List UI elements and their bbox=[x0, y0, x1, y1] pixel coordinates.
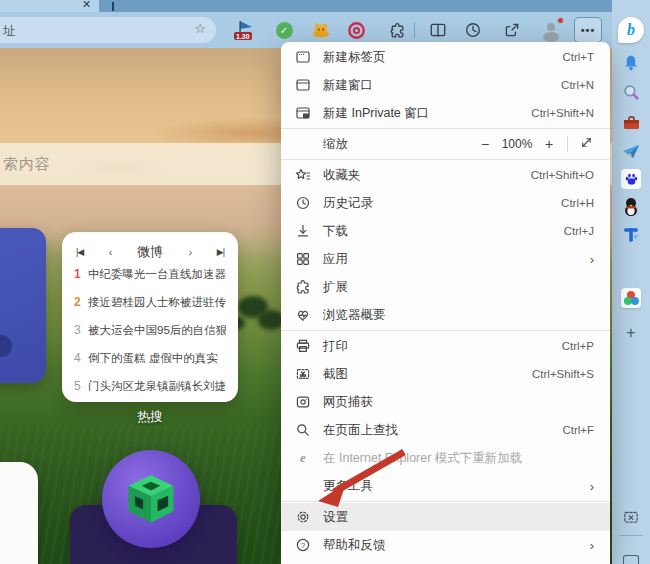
browser-more-menu: 新建标签页 Ctrl+T 新建窗口 Ctrl+N 新建 InPrivate 窗口… bbox=[281, 42, 610, 564]
office-circles-icon[interactable] bbox=[612, 285, 650, 311]
bing-chat-icon[interactable]: b bbox=[612, 14, 650, 46]
weibo-list-item[interactable]: 5 门头沟区龙泉镇副镇长刘捷... bbox=[74, 379, 226, 407]
search-icon[interactable] bbox=[612, 79, 650, 105]
edge-sidebar: b bbox=[612, 12, 650, 564]
weibo-rank: 3 bbox=[74, 323, 88, 337]
menu-item-close-edge[interactable]: 关闭 Microsoft Edge bbox=[281, 559, 610, 564]
menu-separator bbox=[281, 330, 610, 331]
t-app-icon[interactable] bbox=[612, 222, 650, 248]
chevron-right-icon: › bbox=[590, 538, 594, 553]
web-capture-icon bbox=[295, 394, 311, 410]
bell-icon[interactable] bbox=[612, 50, 650, 76]
menu-item-downloads[interactable]: 下载 Ctrl+J bbox=[281, 217, 610, 245]
printer-icon bbox=[295, 338, 311, 354]
weibo-item-text: 门头沟区龙泉镇副镇长刘捷... bbox=[88, 379, 226, 394]
menu-item-inprivate-window[interactable]: 新建 InPrivate 窗口 Ctrl+Shift+N bbox=[281, 99, 610, 127]
menu-item-help-feedback[interactable]: ? 帮助和反馈 › bbox=[281, 531, 610, 559]
toolbox-icon[interactable] bbox=[612, 109, 650, 135]
find-icon bbox=[295, 422, 311, 438]
zoom-value: 100% bbox=[497, 137, 537, 151]
zoom-in-button[interactable]: + bbox=[537, 136, 561, 152]
tab-close-icon[interactable]: ✕ bbox=[82, 0, 91, 11]
weibo-list-item[interactable]: 1 中纪委曝光一台直线加速器... bbox=[74, 267, 226, 295]
favorites-star-icon bbox=[295, 167, 311, 183]
zoom-label: 缩放 bbox=[323, 136, 473, 153]
menu-separator bbox=[281, 159, 610, 160]
sidebar-divider bbox=[619, 535, 643, 536]
menu-item-web-capture[interactable]: 网页捕获 bbox=[281, 388, 610, 416]
newtab-search-placeholder: 索内容 bbox=[0, 155, 51, 174]
weibo-list-item[interactable]: 4 倒下的蛋糕 虚假中的真实 bbox=[74, 351, 226, 379]
inprivate-icon bbox=[295, 105, 311, 121]
menu-item-print[interactable]: 打印 Ctrl+P bbox=[281, 332, 610, 360]
weibo-rank: 5 bbox=[74, 379, 88, 393]
extension-badge: 1.30 bbox=[234, 32, 252, 40]
weibo-rank: 1 bbox=[74, 267, 88, 281]
apps-icon bbox=[295, 251, 311, 267]
menu-item-extensions[interactable]: 扩展 bbox=[281, 273, 610, 301]
history-icon bbox=[295, 195, 311, 211]
weibo-last-button[interactable]: ▶| bbox=[217, 247, 224, 257]
favorite-star-icon[interactable]: ☆ bbox=[194, 21, 206, 36]
menu-separator bbox=[281, 501, 610, 502]
address-text: 址 bbox=[3, 23, 16, 40]
menu-item-favorites[interactable]: 收藏夹 Ctrl+Shift+O bbox=[281, 161, 610, 189]
internet-explorer-icon: e bbox=[295, 450, 311, 466]
active-tab[interactable]: ✕ bbox=[0, 0, 99, 12]
game-cube-icon[interactable] bbox=[102, 450, 200, 548]
qq-penguin-icon[interactable] bbox=[612, 194, 650, 220]
weibo-widget: |◀ ‹ 微博 › ▶| 1 中纪委曝光一台直线加速器... 2 接近碧桂园人士… bbox=[62, 232, 238, 402]
widget-blue-decoration bbox=[0, 335, 12, 357]
weibo-prev-button[interactable]: ‹ bbox=[109, 246, 112, 258]
weibo-item-text: 中纪委曝光一台直线加速器... bbox=[88, 267, 226, 282]
menu-item-screenshot[interactable]: 截图 Ctrl+Shift+S bbox=[281, 360, 610, 388]
weibo-list-item[interactable]: 2 接近碧桂园人士称被进驻传... bbox=[74, 295, 226, 323]
avatar-notification-dot bbox=[557, 17, 564, 24]
sidebar-screenshot-icon[interactable] bbox=[612, 504, 650, 530]
more-menu-button[interactable]: ••• bbox=[574, 17, 602, 43]
address-bar[interactable]: 址 ☆ bbox=[0, 17, 216, 43]
tab-text-cursor bbox=[112, 2, 114, 11]
sidebar-add-button[interactable]: + bbox=[612, 320, 650, 346]
zoom-out-button[interactable]: − bbox=[473, 136, 497, 152]
menu-item-new-window[interactable]: 新建窗口 Ctrl+N bbox=[281, 71, 610, 99]
menu-item-settings[interactable]: 设置 bbox=[281, 503, 610, 531]
sidebar-partial-icon[interactable] bbox=[623, 555, 639, 564]
weibo-list-item[interactable]: 3 被大运会中国95后的自信狠... bbox=[74, 323, 226, 351]
screen: 索内容 |◀ ‹ 微博 › ▶| 1 中纪委曝光一台直线加速器... 2 接近碧… bbox=[0, 0, 650, 564]
zoom-divider bbox=[567, 136, 568, 152]
weibo-rank: 4 bbox=[74, 351, 88, 365]
weibo-first-button[interactable]: |◀ bbox=[76, 247, 83, 257]
menu-item-history[interactable]: 历史记录 Ctrl+H bbox=[281, 189, 610, 217]
menu-item-more-tools[interactable]: 更多工具 › bbox=[281, 472, 610, 500]
menu-item-find-on-page[interactable]: 在页面上查找 Ctrl+F bbox=[281, 416, 610, 444]
cube-graphic bbox=[118, 466, 184, 532]
menu-item-zoom: 缩放 − 100% + bbox=[281, 130, 610, 158]
menu-item-new-tab[interactable]: 新建标签页 Ctrl+T bbox=[281, 43, 610, 71]
newtab-widget-blue[interactable] bbox=[0, 228, 46, 383]
chevron-right-icon: › bbox=[590, 252, 594, 267]
extensions-icon bbox=[295, 279, 311, 295]
paper-plane-icon[interactable] bbox=[612, 138, 650, 164]
tab-strip: ✕ bbox=[0, 0, 650, 12]
toolbar-divider bbox=[414, 22, 415, 38]
menu-item-apps[interactable]: 应用 › bbox=[281, 245, 610, 273]
extension-flag-icon[interactable]: 1.30 bbox=[231, 12, 261, 48]
download-icon bbox=[295, 223, 311, 239]
screenshot-icon bbox=[295, 366, 311, 382]
menu-item-browser-essentials[interactable]: 浏览器概要 bbox=[281, 301, 610, 329]
help-icon: ? bbox=[295, 537, 311, 553]
empty-icon-slot bbox=[295, 478, 311, 494]
fullscreen-icon[interactable] bbox=[574, 135, 598, 153]
weibo-rank: 2 bbox=[74, 295, 88, 309]
heart-pulse-icon bbox=[295, 307, 311, 323]
newtab-widget-partial[interactable] bbox=[0, 462, 38, 564]
weibo-item-text: 倒下的蛋糕 虚假中的真实 bbox=[88, 351, 218, 366]
menu-separator bbox=[281, 128, 610, 129]
chevron-right-icon: › bbox=[590, 479, 594, 494]
menu-item-ie-mode: e 在 Internet Explorer 模式下重新加载 bbox=[281, 444, 610, 472]
weibo-title: 微博 bbox=[137, 243, 163, 261]
weibo-next-button[interactable]: › bbox=[189, 246, 192, 258]
baidu-icon[interactable] bbox=[612, 166, 650, 192]
weibo-item-text: 接近碧桂园人士称被进驻传... bbox=[88, 295, 226, 310]
